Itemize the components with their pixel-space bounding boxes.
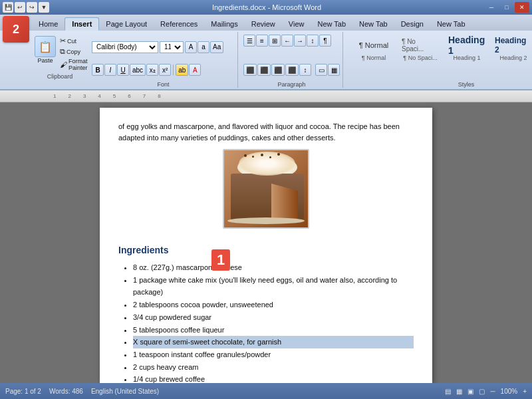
cake-image bbox=[223, 149, 309, 229]
increase-indent-button[interactable]: → bbox=[294, 35, 306, 47]
view-icon-4[interactable]: ▢ bbox=[479, 388, 485, 395]
format-painter-button[interactable]: 🖌 Format Painter bbox=[59, 57, 89, 72]
tab-newtab2[interactable]: New Tab bbox=[352, 17, 394, 31]
tab-newtab3[interactable]: New Tab bbox=[430, 17, 472, 31]
font-color-button[interactable]: A bbox=[189, 64, 201, 76]
view-icon-1[interactable]: ▤ bbox=[445, 388, 451, 395]
align-left-button[interactable]: ⬛ bbox=[243, 64, 257, 76]
tab-mailings[interactable]: Mailings bbox=[204, 17, 244, 31]
ingredient-3: 2 tablespoons cocoa powder, unsweetened bbox=[133, 299, 414, 311]
zoom-out-button[interactable]: ─ bbox=[490, 388, 495, 395]
borders-button[interactable]: ▦ bbox=[328, 64, 340, 76]
ingredients-list: 8 oz. (227g.) mascarpone cheese 1 packag… bbox=[118, 261, 414, 383]
styles-label: Styles bbox=[348, 81, 532, 88]
qa-redo[interactable]: ↪ bbox=[27, 2, 37, 13]
tab-page-layout[interactable]: Page Layout bbox=[99, 17, 154, 31]
style-h1-label: Heading 1 bbox=[453, 55, 480, 61]
justify-button[interactable]: ⬛ bbox=[285, 64, 299, 76]
ingredients-heading: Ingredients bbox=[118, 243, 414, 257]
style-nospace-label: ¶ No Spaci... bbox=[403, 55, 437, 61]
tab-home[interactable]: Home bbox=[32, 17, 65, 31]
status-right: ▤ ▦ ▣ ▢ ─ 100% + bbox=[445, 388, 527, 395]
qa-save[interactable]: 💾 bbox=[3, 2, 13, 13]
ingredient-2: 1 package white cake mix (you'll likely … bbox=[133, 274, 414, 299]
style-heading2[interactable]: Heading 2 Heading 2 bbox=[491, 35, 532, 63]
style-normal-preview: ¶ Normal bbox=[359, 36, 388, 55]
shading-button[interactable]: ▭ bbox=[315, 64, 327, 76]
maximize-button[interactable]: □ bbox=[499, 2, 514, 13]
style-no-spacing[interactable]: ¶ No Spaci... ¶ No Spaci... bbox=[398, 35, 443, 63]
align-center-button[interactable]: ⬛ bbox=[257, 64, 271, 76]
paste-button[interactable]: 📋 Paste bbox=[33, 35, 57, 65]
paragraph-label: Paragraph bbox=[243, 81, 340, 88]
qa-more[interactable]: ▼ bbox=[39, 2, 49, 13]
cut-button[interactable]: ✂ Cut bbox=[59, 36, 89, 46]
clipboard-section: 📋 Paste ✂ Cut ⧉ Copy 🖌 Format Painter Cl… bbox=[33, 32, 86, 88]
tab-review[interactable]: Review bbox=[245, 17, 282, 31]
bold-button[interactable]: B bbox=[92, 64, 104, 76]
ingredient-9: 1/4 cup brewed coffee bbox=[133, 373, 414, 383]
style-normal[interactable]: ¶ Normal ¶ Normal bbox=[351, 35, 396, 63]
numbering-button[interactable]: ≡ bbox=[256, 35, 268, 47]
word-count: Words: 486 bbox=[49, 388, 83, 395]
font-shrink-button[interactable]: a bbox=[198, 41, 209, 53]
zoom-in-button[interactable]: + bbox=[523, 388, 527, 395]
view-icon-3[interactable]: ▣ bbox=[467, 388, 473, 395]
sort-button[interactable]: ↕ bbox=[307, 35, 319, 47]
status-bar: Page: 1 of 2 Words: 486 English (United … bbox=[0, 383, 532, 399]
superscript-button[interactable]: x² bbox=[159, 64, 171, 76]
cake-frosting bbox=[239, 152, 295, 176]
page-info: Page: 1 of 2 bbox=[5, 388, 41, 395]
format-painter-icon: 🖌 bbox=[60, 61, 67, 68]
close-button[interactable]: ✕ bbox=[515, 2, 529, 13]
clipboard-content: 📋 Paste ✂ Cut ⧉ Copy 🖌 Format Painter bbox=[33, 32, 86, 72]
decrease-indent-button[interactable]: ← bbox=[281, 35, 293, 47]
font-size-select[interactable]: 11 bbox=[160, 41, 184, 53]
copy-icon: ⧉ bbox=[60, 47, 65, 56]
ingredient-5: 5 tablespoons coffee liqueur bbox=[133, 324, 414, 336]
multilevel-button[interactable]: ⊞ bbox=[269, 35, 281, 47]
subscript-button[interactable]: x₂ bbox=[146, 64, 158, 76]
align-right-button[interactable]: ⬛ bbox=[271, 64, 285, 76]
font-divider bbox=[173, 65, 174, 75]
show-marks-button[interactable]: ¶ bbox=[319, 35, 331, 47]
paste-icon: 📋 bbox=[35, 36, 56, 57]
style-nospace-preview: ¶ No Spaci... bbox=[402, 36, 439, 55]
cut-copy-actions: ✂ Cut ⧉ Copy 🖌 Format Painter bbox=[59, 35, 89, 72]
document-page[interactable]: of egg yolks and mascarpone, and flavore… bbox=[100, 108, 432, 383]
document-area: of egg yolks and mascarpone, and flavore… bbox=[0, 102, 532, 383]
highlight-button[interactable]: ab bbox=[176, 64, 188, 76]
ruler-marks: 1 2 3 4 5 6 7 8 bbox=[53, 93, 161, 99]
underline-button[interactable]: U bbox=[117, 64, 129, 76]
window-title: Ingredients.docx - Microsoft Word bbox=[49, 3, 484, 11]
styles-section: ¶ Normal ¶ Normal ¶ No Spaci... ¶ No Spa… bbox=[348, 32, 532, 88]
ribbon-body: 📋 Paste ✂ Cut ⧉ Copy 🖌 Format Painter Cl… bbox=[0, 31, 532, 90]
quick-access-toolbar: 💾 ↩ ↪ ▼ bbox=[3, 2, 49, 13]
style-heading1[interactable]: Heading 1 Heading 1 bbox=[444, 35, 489, 63]
italic-button[interactable]: I bbox=[104, 64, 116, 76]
font-grow-button[interactable]: A bbox=[185, 41, 197, 53]
minimize-button[interactable]: ─ bbox=[484, 2, 499, 13]
font-section: Calibri (Body) 11 A a Aa B I U abc x₂ x²… bbox=[92, 32, 238, 88]
line-spacing-button[interactable]: ↕ bbox=[299, 64, 311, 76]
view-icon-2[interactable]: ▦ bbox=[456, 388, 462, 395]
tab-design[interactable]: Design bbox=[394, 17, 430, 31]
qa-undo[interactable]: ↩ bbox=[15, 2, 25, 13]
font-family-select[interactable]: Calibri (Body) bbox=[92, 41, 158, 53]
clear-format-button[interactable]: Aa bbox=[210, 41, 223, 53]
ingredient-8: 2 cups heavy cream bbox=[133, 361, 414, 374]
ingredient-7: 1 teaspoon instant coffee granules/powde… bbox=[133, 348, 414, 361]
ingredient-6: X square of semi-sweet chocolate, for ga… bbox=[133, 336, 414, 348]
tab-insert[interactable]: Insert bbox=[65, 17, 99, 31]
bullets-button[interactable]: ☰ bbox=[243, 35, 255, 47]
ribbon-tabs: Home Insert Page Layout References Maili… bbox=[0, 15, 532, 31]
ingredient-1: 8 oz. (227g.) mascarpone cheese bbox=[133, 261, 414, 274]
copy-button[interactable]: ⧉ Copy bbox=[59, 47, 89, 57]
tab-references[interactable]: References bbox=[154, 17, 204, 31]
office-button[interactable]: 2 bbox=[3, 16, 29, 43]
alignment-buttons: ⬛ ⬛ ⬛ ⬛ bbox=[243, 64, 299, 76]
tab-view[interactable]: View bbox=[282, 17, 311, 31]
style-h2-label: Heading 2 bbox=[499, 55, 527, 61]
strikethrough-button[interactable]: abc bbox=[130, 64, 146, 76]
tab-newtab1[interactable]: New Tab bbox=[311, 17, 352, 31]
